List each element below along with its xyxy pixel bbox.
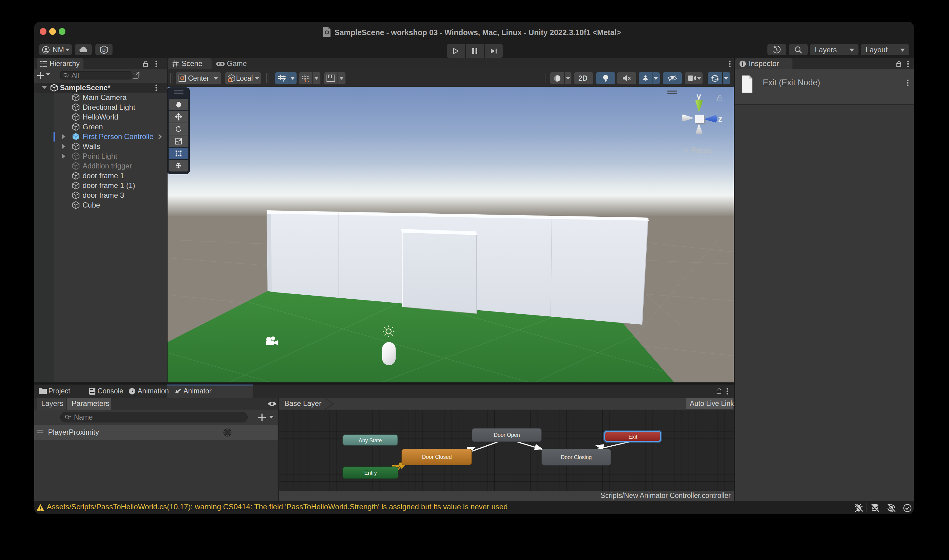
svg-text:Any State: Any State: [358, 437, 382, 443]
svg-text:Y: Y: [283, 78, 285, 82]
svg-text:Entry: Entry: [365, 470, 377, 476]
svg-text:Exit: Exit: [628, 434, 637, 440]
svg-text:y: y: [697, 92, 701, 101]
svg-text:Door Closed: Door Closed: [422, 454, 452, 460]
svg-text:< Persp: < Persp: [684, 146, 711, 155]
svg-text:D: D: [102, 48, 106, 52]
svg-text:Door Open: Door Open: [494, 432, 520, 438]
svg-text:Door Closing: Door Closing: [561, 454, 592, 460]
svg-text:z: z: [718, 114, 723, 123]
